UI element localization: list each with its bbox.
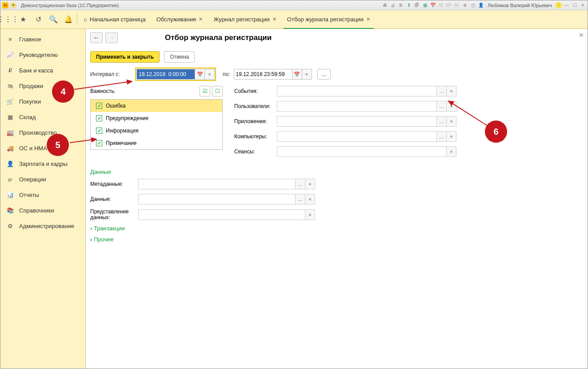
select-button[interactable]: … xyxy=(437,101,447,112)
clear-button[interactable]: × xyxy=(447,101,456,112)
mplus-icon[interactable]: M+ xyxy=(446,2,452,8)
tab-label: Начальная страница xyxy=(90,16,146,23)
dtkt-icon: Дт xyxy=(7,177,14,182)
tab-journal[interactable]: Журнал регистрации ✕ xyxy=(208,10,281,29)
ruble-icon: ₽ xyxy=(7,67,14,74)
date-from-input[interactable] xyxy=(137,69,195,79)
sidebar-item-manager[interactable]: 📈Руководителю xyxy=(0,47,85,63)
clear-button[interactable]: × xyxy=(305,194,315,205)
expand-transactions[interactable]: Транзакции xyxy=(90,225,580,232)
sidebar-item-operations[interactable]: ДтОперации xyxy=(0,172,85,187)
bars-icon: 📊 xyxy=(7,192,14,198)
metadata-input[interactable] xyxy=(138,179,296,189)
select-button[interactable]: … xyxy=(437,116,447,127)
clear-button[interactable]: × xyxy=(447,146,456,157)
close-page-icon[interactable]: ✕ xyxy=(579,32,584,39)
events-input[interactable] xyxy=(277,86,437,96)
panels-icon[interactable]: ◫ xyxy=(470,2,476,8)
history-icon[interactable]: ↺ xyxy=(31,10,46,29)
data-input[interactable] xyxy=(138,194,296,205)
repr-input[interactable] xyxy=(138,209,305,220)
sidebar-item-label: Администрирование xyxy=(19,223,74,229)
clear-button[interactable]: × xyxy=(447,86,456,96)
back-button[interactable]: ← xyxy=(90,32,103,43)
sidebar-item-label: Отчеты xyxy=(19,192,39,198)
check-all-button[interactable]: ☑ xyxy=(200,86,210,96)
checkbox-icon[interactable]: ✓ xyxy=(96,140,102,146)
checkbox-icon[interactable]: ✓ xyxy=(96,115,102,121)
tray-icon[interactable]: ⬆ xyxy=(406,2,412,8)
users-input[interactable] xyxy=(277,101,437,112)
clear-button[interactable]: × xyxy=(447,131,456,142)
calendar-icon[interactable]: 📅 xyxy=(292,69,302,79)
sidebar-item-label: Банк и касса xyxy=(19,67,53,74)
info-icon[interactable]: i xyxy=(556,2,562,8)
max-icon[interactable]: ☐ xyxy=(572,2,578,8)
window-title: Демонстрационная база (1С:Предприятие) xyxy=(21,3,119,8)
date-from-field[interactable]: 📅 × xyxy=(136,69,215,80)
sidebar-item-admin[interactable]: ⚙Администрирование xyxy=(0,218,85,234)
calendar-icon[interactable]: 📅 xyxy=(195,69,204,79)
close-icon[interactable]: ✕ xyxy=(272,16,276,22)
importance-item-note[interactable]: ✓Примечание xyxy=(91,137,222,149)
clear-button[interactable]: × xyxy=(447,116,456,127)
close-icon[interactable]: ✕ xyxy=(199,16,203,22)
sidebar-item-bank[interactable]: ₽Банк и касса xyxy=(0,63,85,78)
cancel-button[interactable]: Отмена xyxy=(164,51,195,63)
importance-item-warning[interactable]: ✓Предупреждение xyxy=(91,112,222,124)
page-nav: ← → Отбор журнала регистрации xyxy=(90,32,580,43)
apply-close-button[interactable]: Применить и закрыть xyxy=(90,51,160,63)
expand-other[interactable]: Прочее xyxy=(90,236,580,243)
app-menu-dropdown-icon[interactable] xyxy=(10,2,16,8)
mminus-icon[interactable]: M- xyxy=(454,2,460,8)
importance-item-info[interactable]: ✓Информация xyxy=(91,124,222,137)
sidebar-item-reports[interactable]: 📊Отчеты xyxy=(0,187,85,203)
clear-button[interactable]: × xyxy=(305,209,315,220)
checkbox-icon[interactable]: ✓ xyxy=(96,103,102,109)
select-button[interactable]: … xyxy=(437,86,447,96)
bell-icon[interactable]: 🔔 xyxy=(61,10,76,29)
print-icon[interactable]: 🖶 xyxy=(382,2,388,8)
sidebar-item-warehouse[interactable]: ▦Склад xyxy=(0,109,85,125)
save-icon[interactable]: 🖨 xyxy=(390,2,396,8)
checkbox-icon[interactable]: ✓ xyxy=(96,128,102,134)
sidebar-item-assets[interactable]: 🚚ОС и НМА xyxy=(0,140,85,156)
close-window-icon[interactable]: ✕ xyxy=(580,2,586,8)
annotation-badge-6: 6 xyxy=(485,120,507,143)
date-to-field[interactable]: 📅 × xyxy=(234,69,312,80)
grid-icon[interactable]: ▦ xyxy=(422,2,428,8)
select-button[interactable]: … xyxy=(296,179,305,189)
sessions-input[interactable] xyxy=(277,146,447,157)
close-icon[interactable]: ✕ xyxy=(366,16,370,22)
period-select-button[interactable]: … xyxy=(317,69,331,80)
sidebar-item-main[interactable]: ≡Главное xyxy=(0,32,85,47)
sidebar-item-label: Руководителю xyxy=(19,52,58,58)
sidebar-item-production[interactable]: 🏭Производство xyxy=(0,125,85,140)
doc-icon[interactable]: 🗎 xyxy=(398,2,404,8)
clear-icon[interactable]: × xyxy=(204,69,214,79)
sidebar-item-catalogs[interactable]: 📚Справочники xyxy=(0,203,85,218)
importance-item-error[interactable]: ✓Ошибка xyxy=(91,100,222,112)
person-icon: 👤 xyxy=(7,160,14,167)
select-button[interactable]: … xyxy=(437,131,447,142)
tab-filter-journal[interactable]: Отбор журнала регистрации ✕ xyxy=(282,10,376,29)
tab-home[interactable]: ⌂ Начальная страница xyxy=(78,10,151,29)
zoom-icon[interactable]: ⊕ xyxy=(462,2,468,8)
tab-service[interactable]: Обслуживание ✕ xyxy=(151,10,208,29)
comps-input[interactable] xyxy=(277,131,437,142)
select-button[interactable]: … xyxy=(296,194,305,205)
tab-label: Обслуживание xyxy=(156,16,196,23)
apps-icon[interactable]: ⋮⋮⋮ xyxy=(0,10,16,29)
copy-icon[interactable]: 🗐 xyxy=(414,2,420,8)
clear-icon[interactable]: × xyxy=(302,69,312,79)
clear-button[interactable]: × xyxy=(305,179,315,189)
calendar-icon[interactable]: 📅 xyxy=(430,2,436,8)
search-icon[interactable]: 🔍 xyxy=(46,10,61,29)
date-to-input[interactable] xyxy=(234,69,292,79)
min-icon[interactable]: — xyxy=(564,2,570,8)
star-icon[interactable]: ★ xyxy=(16,10,31,29)
m-icon[interactable]: M xyxy=(438,2,444,8)
apps-input[interactable] xyxy=(277,116,437,127)
sidebar-item-payroll[interactable]: 👤Зарплата и кадры xyxy=(0,156,85,172)
uncheck-all-button[interactable]: ☐ xyxy=(212,86,223,96)
